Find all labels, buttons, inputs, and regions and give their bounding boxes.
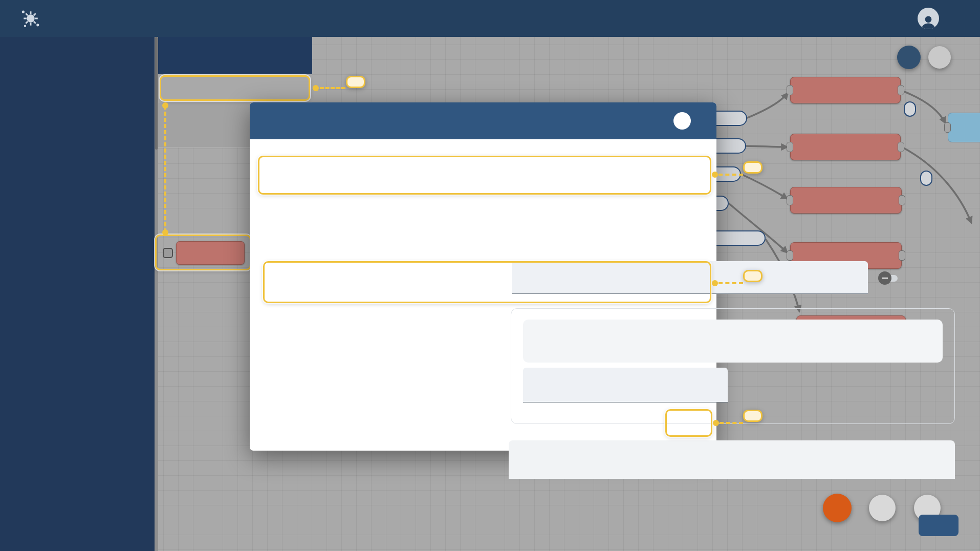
description-field[interactable] xyxy=(509,440,955,479)
node-select-checkbox[interactable] xyxy=(163,248,173,258)
guide-connector xyxy=(164,105,166,232)
callout-search xyxy=(346,76,365,88)
settings-fab[interactable] xyxy=(823,494,852,522)
breadcrumb xyxy=(178,0,215,37)
guide-connector xyxy=(320,87,345,89)
thingsboard-logo[interactable] xyxy=(19,0,48,37)
debug-mode-toggle[interactable] xyxy=(878,271,899,285)
guide-connector xyxy=(720,422,743,424)
top-app-bar xyxy=(0,0,980,37)
guide-dot xyxy=(713,420,719,426)
add-rule-node-dialog xyxy=(250,102,716,451)
guide-connector xyxy=(718,174,743,176)
rule-node-transformation-partial[interactable] xyxy=(948,113,980,142)
attributes-scope-select[interactable] xyxy=(523,368,728,402)
rule-chain-selector[interactable] xyxy=(158,37,312,74)
rule-node-save-client-attributes[interactable] xyxy=(790,77,901,103)
add-button[interactable] xyxy=(919,515,959,536)
input-port[interactable] xyxy=(787,250,793,261)
link-label-success xyxy=(904,101,916,117)
guide-dot xyxy=(162,229,168,236)
scope-info-text xyxy=(523,320,943,363)
attributes-scope-value-field[interactable] xyxy=(737,368,955,402)
thingsboard-app xyxy=(0,0,980,551)
dialog-header xyxy=(250,102,716,139)
push-to-edge-node[interactable] xyxy=(176,241,245,265)
apply-changes-fab[interactable] xyxy=(869,495,896,521)
callout-node-title xyxy=(743,161,763,174)
node-search-bar[interactable] xyxy=(158,74,312,102)
guide-dot xyxy=(313,85,319,91)
rule-node-log-rpc-from-device[interactable] xyxy=(790,187,902,214)
guide-dot xyxy=(162,102,168,109)
guide-connector xyxy=(718,282,743,284)
debug-mode-control xyxy=(878,271,907,285)
debug-history-button[interactable] xyxy=(897,46,921,69)
person-icon xyxy=(920,14,937,29)
help-button[interactable] xyxy=(673,112,691,130)
callout-server-attributes xyxy=(743,270,763,282)
output-port[interactable] xyxy=(898,142,904,152)
input-port[interactable] xyxy=(787,142,793,152)
link-label-success xyxy=(920,171,932,186)
output-port[interactable] xyxy=(899,195,905,205)
panel-scrollbar[interactable] xyxy=(155,37,158,551)
name-field[interactable] xyxy=(512,261,868,294)
main-navigation xyxy=(0,37,155,551)
name-highlight-ring xyxy=(258,156,711,195)
input-port[interactable] xyxy=(787,195,793,205)
input-port[interactable] xyxy=(787,85,793,95)
guide-dot xyxy=(712,172,718,178)
avatar[interactable] xyxy=(918,8,939,29)
expand-canvas-button[interactable] xyxy=(928,46,951,69)
rule-node-save-timeseries[interactable] xyxy=(790,134,901,160)
output-port[interactable] xyxy=(899,250,905,261)
output-port[interactable] xyxy=(898,85,904,95)
guide-dot xyxy=(712,280,718,286)
callout-add-button xyxy=(743,410,763,422)
input-port[interactable] xyxy=(944,122,951,133)
thingsboard-logo-icon xyxy=(19,7,42,30)
